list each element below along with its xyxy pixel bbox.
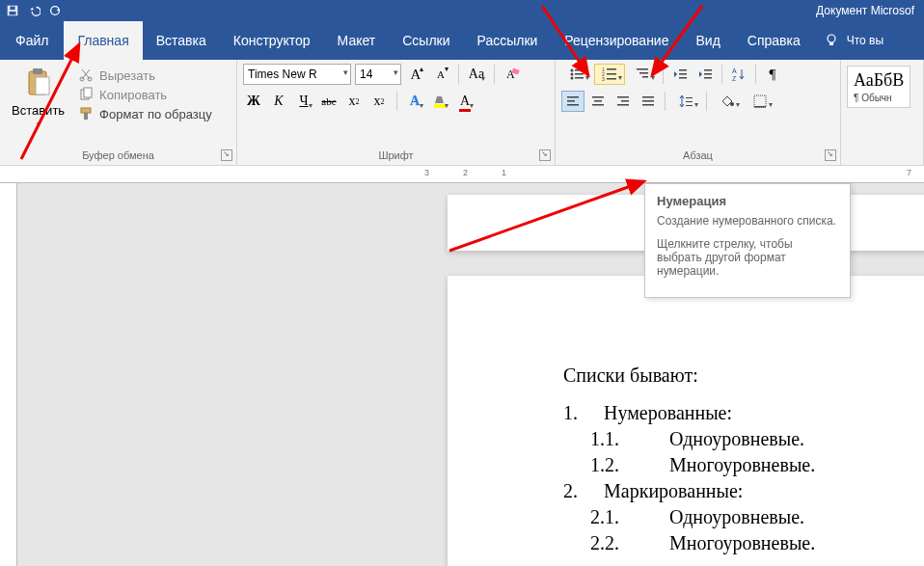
clear-formatting-button[interactable]: A [502, 64, 523, 85]
svg-rect-38 [704, 77, 712, 79]
paint-bucket-icon [720, 94, 735, 109]
undo-icon[interactable] [27, 4, 41, 17]
superscript-button[interactable]: x2 [368, 91, 390, 112]
svg-rect-12 [84, 88, 92, 97]
svg-rect-53 [686, 97, 693, 98]
outdent-icon [672, 67, 688, 82]
svg-rect-47 [617, 96, 629, 98]
borders-icon [752, 94, 768, 109]
save-icon[interactable] [6, 4, 19, 17]
horizontal-ruler[interactable]: 3 2 1 7 [0, 166, 924, 183]
doc-heading: Списки бывают: [563, 363, 924, 389]
bold-button[interactable]: Ж [243, 91, 264, 112]
italic-button[interactable]: К [268, 91, 289, 112]
subscript-button[interactable]: x2 [343, 91, 365, 112]
tab-review[interactable]: Рецензирование [551, 21, 682, 60]
copy-icon [78, 87, 94, 102]
group-label-clipboard: Буфер обмена [0, 148, 236, 165]
scissors-icon [78, 67, 94, 83]
numbering-button[interactable]: 123 [594, 64, 625, 85]
paste-icon[interactable] [25, 67, 52, 101]
svg-rect-43 [567, 104, 579, 106]
borders-button[interactable] [745, 91, 775, 112]
svg-rect-30 [637, 68, 648, 70]
paste-dropdown-icon[interactable]: ▾ [37, 120, 41, 128]
cut-button[interactable]: Вырезать [78, 67, 212, 83]
justify-icon [640, 94, 656, 109]
grow-font-button[interactable]: A▴ [405, 64, 426, 85]
tab-help[interactable]: Справка [734, 21, 814, 60]
tab-references[interactable]: Ссылки [389, 21, 463, 60]
paragraph-dialog-launcher[interactable] [825, 149, 836, 161]
svg-rect-36 [704, 69, 712, 71]
tab-home[interactable]: Главная [64, 21, 142, 60]
change-case-button[interactable]: Aa [466, 64, 487, 85]
multilevel-list-button[interactable] [627, 64, 658, 85]
svg-rect-21 [575, 73, 584, 75]
font-color-button[interactable]: A [454, 91, 476, 112]
text-effects-button[interactable]: A [404, 91, 425, 112]
underline-button[interactable]: Ч [293, 91, 314, 112]
align-left-button[interactable] [561, 91, 584, 112]
svg-rect-54 [686, 101, 693, 102]
line-spacing-button[interactable] [670, 91, 701, 112]
svg-rect-45 [594, 100, 602, 102]
numbering-icon: 123 [602, 67, 617, 82]
align-left-icon [565, 94, 581, 109]
align-center-button[interactable] [586, 91, 610, 112]
font-name-value: Times New R [248, 67, 317, 81]
align-right-button[interactable] [611, 91, 635, 112]
redo-icon[interactable] [48, 4, 62, 17]
svg-rect-14 [84, 113, 88, 120]
format-painter-button[interactable]: Формат по образцу [78, 106, 212, 121]
svg-text:3: 3 [602, 76, 605, 82]
highlight-button[interactable] [429, 91, 450, 112]
svg-rect-17 [434, 104, 446, 108]
document-content[interactable]: Списки бывают: 1.Нумерованные: 1.1.Одноу… [563, 363, 924, 556]
shrink-font-button[interactable]: A▾ [430, 64, 451, 85]
shading-button[interactable] [712, 91, 743, 112]
show-marks-button[interactable]: ¶ [761, 64, 784, 85]
svg-text:Z: Z [732, 75, 737, 82]
align-justify-button[interactable] [637, 91, 660, 112]
font-dialog-launcher[interactable] [539, 149, 551, 161]
svg-rect-34 [679, 73, 687, 75]
paste-label[interactable]: Вставить [12, 103, 65, 118]
clipboard-dialog-launcher[interactable] [221, 149, 232, 161]
sort-button[interactable]: AZ [727, 64, 750, 85]
svg-rect-55 [686, 105, 693, 106]
tooltip-line1: Создание нумерованного списка. [657, 214, 838, 228]
vertical-ruler[interactable] [0, 183, 17, 566]
decrease-indent-button[interactable] [668, 64, 692, 85]
svg-rect-27 [607, 73, 616, 75]
indent-icon [697, 67, 713, 82]
copy-button[interactable]: Копировать [78, 87, 212, 102]
svg-rect-19 [575, 69, 584, 71]
paintbrush-icon [78, 106, 94, 121]
tab-mailings[interactable]: Рассылки [464, 21, 552, 60]
svg-rect-37 [704, 73, 712, 75]
group-label-font: Шрифт [237, 148, 555, 165]
document-page[interactable]: Списки бывают: 1.Нумерованные: 1.1.Одноу… [448, 276, 924, 566]
strikethrough-button[interactable]: abc [318, 91, 340, 112]
increase-indent-button[interactable] [693, 64, 717, 85]
tab-design[interactable]: Конструктор [220, 21, 324, 60]
font-name-combo[interactable]: Times New R▾ [243, 64, 351, 85]
tab-file[interactable]: Файл [0, 21, 64, 60]
style-normal[interactable]: АаБбВ ¶ Обычн [847, 66, 910, 108]
svg-rect-7 [33, 68, 42, 74]
tab-view[interactable]: Вид [682, 21, 733, 60]
svg-rect-49 [617, 104, 629, 106]
font-size-combo[interactable]: 14▾ [355, 64, 401, 85]
svg-rect-35 [679, 77, 687, 79]
tell-me-area[interactable]: Что вы [814, 21, 893, 60]
group-label-paragraph: Абзац [556, 148, 840, 165]
bullets-button[interactable] [561, 64, 592, 85]
tab-layout[interactable]: Макет [324, 21, 390, 60]
svg-point-56 [730, 102, 734, 106]
tab-insert[interactable]: Вставка [143, 21, 220, 60]
group-clipboard: Вставить ▾ Вырезать Копировать Формат по… [0, 60, 237, 165]
svg-text:A: A [732, 67, 737, 74]
svg-rect-1 [10, 12, 16, 15]
highlighter-icon [432, 94, 448, 109]
